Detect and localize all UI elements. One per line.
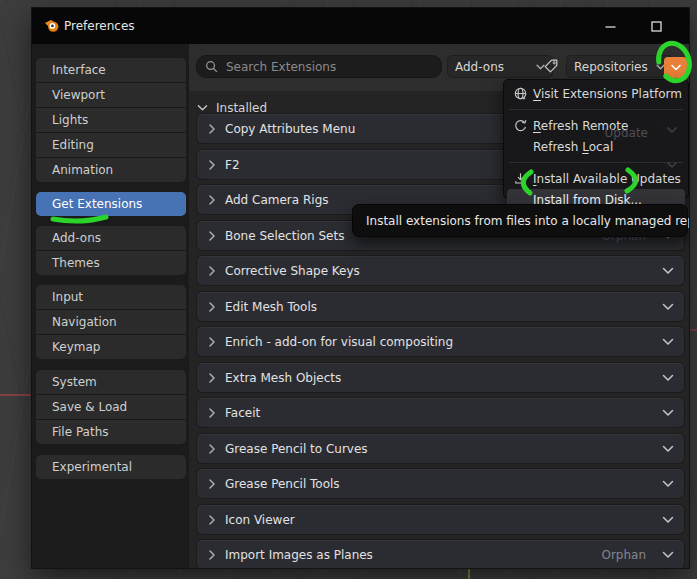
row-menu-chevron-icon[interactable] bbox=[662, 551, 674, 559]
sidebar-item-get-extensions[interactable]: Get Extensions bbox=[36, 192, 186, 216]
expand-chevron-icon[interactable] bbox=[208, 514, 216, 526]
extension-name: Add Camera Rigs bbox=[225, 193, 329, 207]
search-icon bbox=[205, 60, 218, 73]
viewport-x-axis-line bbox=[0, 394, 31, 396]
expand-chevron-icon[interactable] bbox=[208, 478, 216, 490]
expand-chevron-icon[interactable] bbox=[208, 443, 216, 455]
expand-chevron-icon[interactable] bbox=[208, 301, 216, 313]
install-from-disk-tooltip: Install extensions from files into a loc… bbox=[352, 204, 688, 237]
tag-filter-button[interactable] bbox=[540, 56, 562, 76]
extension-name: Faceit bbox=[225, 406, 260, 420]
sidebar-item-add-ons[interactable]: Add-ons bbox=[36, 226, 186, 250]
installed-section-label: Installed bbox=[216, 101, 267, 115]
extension-name: Bone Selection Sets bbox=[225, 229, 344, 243]
extension-type-dropdown[interactable]: Add-ons bbox=[447, 55, 553, 78]
extension-name: Edit Mesh Tools bbox=[225, 300, 317, 314]
preferences-sidebar: Interface Viewport Lights Editing Animat… bbox=[32, 44, 190, 568]
extension-row-import-images-as-planes[interactable]: Import Images as Planes Orphan bbox=[197, 540, 684, 568]
menu-item-label: Visit Extensions Platform bbox=[533, 87, 682, 101]
row-menu-chevron-icon[interactable] bbox=[662, 409, 674, 417]
extension-name: Import Images as Planes bbox=[225, 548, 373, 562]
tooltip-text: Install extensions from files into a loc… bbox=[366, 214, 689, 228]
viewport-x-axis-line-right bbox=[690, 329, 697, 331]
sidebar-item-lights[interactable]: Lights bbox=[36, 108, 186, 132]
row-menu-chevron-icon[interactable] bbox=[662, 338, 674, 346]
sidebar-item-editing[interactable]: Editing bbox=[36, 133, 186, 157]
sidebar-item-viewport[interactable]: Viewport bbox=[36, 83, 186, 107]
menu-item-refresh-local[interactable]: Refresh Local bbox=[507, 136, 685, 157]
extension-name: Corrective Shape Keys bbox=[225, 264, 360, 278]
row-menu-chevron-icon[interactable] bbox=[662, 267, 674, 275]
repositories-menu: Visit Extensions Platform Refresh Remote… bbox=[503, 79, 689, 199]
repositories-dropdown[interactable]: Repositories bbox=[566, 55, 673, 78]
row-menu-chevron-icon[interactable] bbox=[662, 480, 674, 488]
row-menu-chevron-icon[interactable] bbox=[662, 445, 674, 453]
menu-item-refresh-remote[interactable]: Refresh Remote bbox=[507, 115, 685, 136]
menu-item-label: Refresh Remote bbox=[533, 119, 628, 133]
repositories-value: Repositories bbox=[574, 60, 648, 74]
sidebar-item-interface[interactable]: Interface bbox=[36, 58, 186, 82]
expand-chevron-icon[interactable] bbox=[208, 194, 216, 206]
sidebar-item-input[interactable]: Input bbox=[36, 285, 186, 309]
sidebar-item-experimental[interactable]: Experimental bbox=[36, 455, 186, 479]
expand-chevron-icon[interactable] bbox=[208, 407, 216, 419]
expand-chevron-icon[interactable] bbox=[208, 123, 216, 135]
maximize-button[interactable] bbox=[634, 8, 678, 44]
repositories-options-button[interactable] bbox=[664, 57, 687, 78]
menu-item-visit-extensions-platform[interactable]: Visit Extensions Platform bbox=[507, 83, 685, 104]
close-button[interactable] bbox=[679, 8, 689, 44]
extension-row-faceit[interactable]: Faceit bbox=[197, 398, 684, 427]
extension-row-edit-mesh-tools[interactable]: Edit Mesh Tools bbox=[197, 292, 684, 321]
sidebar-item-keymap[interactable]: Keymap bbox=[36, 335, 186, 359]
globe-icon bbox=[507, 86, 533, 101]
menu-separator bbox=[509, 109, 683, 110]
viewport-y-axis-line bbox=[468, 568, 470, 579]
sidebar-item-navigation[interactable]: Navigation bbox=[36, 310, 186, 334]
search-field[interactable] bbox=[196, 55, 442, 78]
extension-name: F2 bbox=[225, 158, 240, 172]
expand-chevron-icon[interactable] bbox=[208, 230, 216, 242]
extension-row-icon-viewer[interactable]: Icon Viewer bbox=[197, 505, 684, 534]
extension-name: Copy Attributes Menu bbox=[225, 122, 355, 136]
extension-row-corrective-shape-keys[interactable]: Corrective Shape Keys bbox=[197, 256, 684, 285]
expand-chevron-icon[interactable] bbox=[208, 549, 216, 561]
expand-chevron-icon[interactable] bbox=[208, 159, 216, 171]
menu-separator bbox=[509, 162, 683, 163]
menu-item-install-available-updates[interactable]: Install Available Updates bbox=[507, 168, 685, 189]
extension-row-extra-mesh-objects[interactable]: Extra Mesh Objects bbox=[197, 363, 684, 392]
sidebar-item-file-paths[interactable]: File Paths bbox=[36, 420, 186, 444]
window-titlebar[interactable]: Preferences bbox=[32, 8, 689, 44]
preferences-window: Preferences Interface Viewport Lights Ed… bbox=[32, 8, 689, 568]
row-menu-chevron-icon[interactable] bbox=[662, 374, 674, 382]
search-input[interactable] bbox=[224, 59, 428, 75]
extension-name: Enrich - add-on for visual compositing bbox=[225, 335, 453, 349]
download-icon bbox=[507, 171, 533, 186]
extension-row-grease-pencil-to-curves[interactable]: Grease Pencil to Curves bbox=[197, 434, 684, 463]
row-menu-chevron-icon[interactable] bbox=[662, 516, 674, 524]
menu-item-label: Refresh Local bbox=[533, 140, 613, 154]
extension-row-enrich[interactable]: Enrich - add-on for visual compositing bbox=[197, 327, 684, 356]
extension-name: Icon Viewer bbox=[225, 513, 295, 527]
expand-chevron-icon[interactable] bbox=[208, 265, 216, 277]
sidebar-item-system[interactable]: System bbox=[36, 370, 186, 394]
extension-name: Extra Mesh Objects bbox=[225, 371, 341, 385]
extension-status-badge: Orphan bbox=[601, 548, 646, 562]
tag-icon bbox=[543, 58, 559, 74]
expand-chevron-icon[interactable] bbox=[208, 372, 216, 384]
expand-chevron-icon[interactable] bbox=[208, 336, 216, 348]
extension-row-grease-pencil-tools[interactable]: Grease Pencil Tools bbox=[197, 469, 684, 498]
blender-logo-icon bbox=[44, 19, 60, 33]
chevron-down-icon bbox=[671, 64, 681, 71]
minimize-button[interactable] bbox=[588, 8, 632, 44]
extension-name: Grease Pencil to Curves bbox=[225, 442, 368, 456]
section-collapse-chevron-icon bbox=[197, 104, 208, 112]
sidebar-item-save-load[interactable]: Save & Load bbox=[36, 395, 186, 419]
sidebar-item-themes[interactable]: Themes bbox=[36, 251, 186, 275]
extension-type-value: Add-ons bbox=[455, 60, 504, 74]
menu-item-label: Install Available Updates bbox=[533, 172, 681, 186]
sidebar-item-animation[interactable]: Animation bbox=[36, 158, 186, 182]
refresh-icon bbox=[507, 118, 533, 133]
row-menu-chevron-icon[interactable] bbox=[662, 303, 674, 311]
minimize-icon bbox=[605, 21, 616, 32]
extension-name: Grease Pencil Tools bbox=[225, 477, 340, 491]
